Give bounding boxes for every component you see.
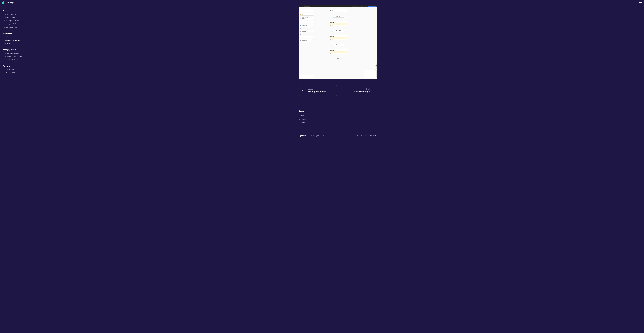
flow-action-alert: Internal alert⋮⋮ (300, 24, 314, 27)
zoom-level: 100% (375, 65, 376, 66)
main-content: Flows list TryOnify Trial Show analytics… (32, 5, 644, 144)
lock-icon (2, 1, 5, 4)
flow-graph: Trigger When someone Subscribed to SMS M… (329, 9, 347, 59)
pager-next-title: Customer tags (354, 90, 370, 93)
nav-heading-app-settings: App settings (2, 32, 32, 35)
nav-item-adding-products[interactable]: Adding Products (2, 22, 32, 25)
zoom-in-icon: + (375, 63, 376, 65)
nav-heading-managing-orders: Managing orders (2, 48, 32, 51)
flow-minimap (364, 70, 376, 78)
footer-link-instagram[interactable]: Instagram (299, 117, 378, 121)
nav-item-connecting-klaviyo[interactable]: Connecting Klaviyo (2, 38, 32, 42)
footer-copyright: © 2024 All rights reserved (307, 135, 326, 136)
flow-topbar: Flows list TryOnify Trial Show analytics… (299, 5, 378, 7)
svg-point-1 (3, 3, 3, 3)
brand-logo[interactable]: TryOnify (2, 1, 14, 4)
flow-panel-actions-title: Actions (300, 8, 314, 9)
nav-item-creating-plan[interactable]: Creating a Trial Plan (2, 19, 32, 22)
flow-panel-logic-title: Logic (300, 34, 314, 35)
klaviyo-flow-screenshot: Flows list TryOnify Trial Show analytics… (299, 5, 378, 79)
flow-node-end: End (337, 58, 340, 59)
flow-btn-analytics: Show analytics (352, 5, 358, 6)
flow-node-wait1: Wait 1 hour (332, 16, 344, 18)
flow-node-wait2: Wait 17 days (332, 30, 344, 32)
pager-prev-title: Limiting trial items (306, 90, 326, 93)
flow-logic-conditional: Conditional split⋮⋮ (300, 36, 314, 38)
footer-social-heading: Social (299, 110, 378, 112)
flow-action-email: Email⋮⋮ (300, 10, 314, 12)
flow-name-badge: TryOnify Trial (304, 5, 310, 6)
nav-item-collecting-payment[interactable]: Collecting payment (2, 51, 32, 55)
app-header: TryOnify (0, 0, 644, 5)
footer-link-privacy[interactable]: Privacy Policy (356, 135, 366, 136)
nav-item-activating[interactable]: Activating TryOnify (2, 25, 32, 29)
arrow-right-icon: → (372, 89, 374, 92)
pagination: ← Previous Limiting trial items Next Cus… (299, 85, 378, 96)
nav-item-failed-payments[interactable]: Failed Payments (2, 71, 32, 74)
flow-action-profile: Profile property update⋮⋮ (300, 16, 314, 20)
flow-btn-update: Update action statuses (368, 5, 376, 6)
nav-item-authorizations[interactable]: Authorizations (2, 68, 32, 71)
footer-link-linkedin[interactable]: LinkedIn (299, 121, 378, 124)
flow-node-email3: ⋮ Email #3 ⚠ Set up email Draft (329, 49, 347, 54)
flow-alerts-panel: Alerts 3 active alerts (300, 75, 314, 78)
flow-logic-trigger-split: Trigger split⋮⋮ (300, 39, 314, 42)
nav-item-what-is[interactable]: What is TryOnify? (2, 12, 32, 16)
nav-item-returns-refunds[interactable]: Returns & refunds (2, 58, 32, 61)
pager-prev[interactable]: ← Previous Limiting trial items (299, 85, 337, 96)
nav-heading-payments: Payments (2, 64, 32, 68)
sidebar-nav: Getting started What is TryOnify? Instal… (0, 5, 32, 144)
flow-node-wait3: Wait 3 days (332, 44, 344, 46)
brand-name: TryOnify (6, 1, 14, 4)
flow-side-panel: Actions Email⋮⋮ SMS⋮⋮ Profile property u… (300, 7, 314, 42)
nav-item-customer-tags[interactable]: Customer tags (2, 42, 32, 45)
nav-item-installing[interactable]: Installing the app (2, 16, 32, 19)
pager-prev-label: Previous (306, 88, 326, 90)
flow-action-webhook: Webhook⋮⋮ (300, 21, 314, 23)
flow-panel-timing-title: Timing (300, 28, 314, 29)
zoom-fit-icon: ⛶ (375, 68, 376, 69)
flow-action-sms: SMS⋮⋮ (300, 13, 314, 15)
nav-heading-getting-started: Getting started (2, 9, 32, 12)
flow-node-email1: ⋮ Email #1 ⚠ Set up email Draft (329, 21, 347, 26)
flow-back-link: Flows list (300, 6, 303, 6)
flow-zoom-controls: + 100% − ⛶ (375, 63, 376, 70)
page-footer: Social Twitter Instagram LinkedIn TryOni… (299, 110, 378, 136)
footer-link-contact[interactable]: Contact Us (369, 135, 378, 136)
nav-item-limiting-trial[interactable]: Limiting trial items (2, 35, 32, 38)
pager-next[interactable]: Next Customer tags → (339, 85, 378, 96)
flow-node-trigger: Trigger When someone Subscribed to SMS M… (329, 9, 347, 12)
footer-brand: TryOnify (299, 135, 306, 136)
pager-next-label: Next (366, 88, 370, 90)
flow-btn-exit: Exit (365, 5, 367, 6)
nav-item-changing-date[interactable]: Changing payment date (2, 55, 32, 58)
arrow-left-icon: ← (302, 89, 304, 92)
zoom-out-icon: − (375, 66, 376, 68)
menu-button[interactable] (638, 1, 642, 4)
flow-node-email2: ⋮ Email #2 ⚠ Set up email Draft (329, 35, 347, 40)
flow-timing-delay: Time delay⋮⋮ (300, 30, 314, 32)
footer-link-twitter[interactable]: Twitter (299, 114, 378, 117)
flow-btn-manage: Manage flow (359, 5, 364, 6)
